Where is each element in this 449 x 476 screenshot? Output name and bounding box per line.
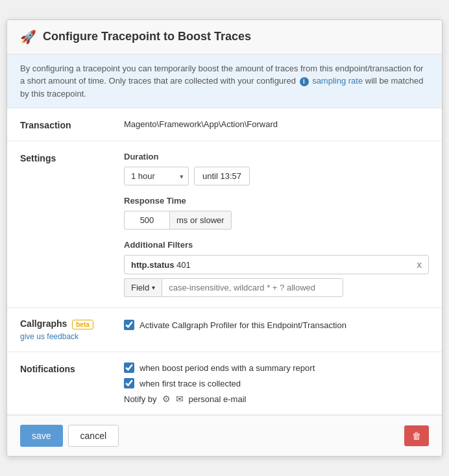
transaction-value: Magento\Framework\App\Action\Forward (124, 119, 278, 129)
configure-tracepoint-modal: 🚀 Configure Tracepoint to Boost Traces B… (6, 19, 443, 457)
modal-info-banner: By configuring a tracepoint you can temp… (7, 54, 442, 109)
modal-footer: save cancel 🗑 (7, 415, 442, 456)
notify-by-label: Notify by (124, 394, 157, 404)
activate-callgraph-checkbox[interactable] (124, 320, 134, 330)
notification-checkbox-1[interactable] (124, 363, 134, 373)
notifications-content: when boost period ends with a summary re… (124, 363, 429, 404)
duration-select-wrapper: 1 hour 2 hours 4 hours 8 hours (124, 167, 189, 185)
beta-badge: beta (72, 320, 93, 329)
additional-filters-label: Additional Filters (124, 240, 429, 250)
activate-callgraph-row: Activate Callgraph Profiler for this End… (124, 320, 429, 330)
settings-label: Settings (20, 152, 124, 163)
save-button[interactable]: save (20, 425, 63, 447)
callgraphs-content: Activate Callgraph Profiler for this End… (124, 318, 429, 335)
response-time-input[interactable] (124, 211, 169, 230)
delete-icon: 🗑 (412, 431, 421, 441)
filter-tag-row: http.status 401 x (124, 255, 429, 274)
footer-left: save cancel (20, 425, 119, 447)
info-text-1: By configuring a tracepoint you can temp… (20, 64, 423, 86)
filter-value: 401 (176, 260, 191, 270)
transaction-section: Transaction Magento\Framework\App\Action… (7, 108, 442, 141)
modal-header: 🚀 Configure Tracepoint to Boost Traces (7, 20, 442, 54)
notifications-section: Notifications when boost period ends wit… (7, 352, 442, 415)
filter-add-row: Field ▾ (124, 278, 429, 297)
filter-close-button[interactable]: x (417, 259, 422, 270)
settings-section: Settings Duration 1 hour 2 hours 4 hours… (7, 141, 442, 308)
duration-row: 1 hour 2 hours 4 hours 8 hours until 13:… (124, 167, 429, 185)
filter-key: http.status (131, 260, 174, 270)
info-icon[interactable]: i (300, 77, 309, 86)
notify-by-row: Notify by ⚙ ✉ personal e-mail (124, 394, 429, 404)
settings-content: Duration 1 hour 2 hours 4 hours 8 hours … (124, 152, 429, 297)
notifications-label: Notifications (20, 363, 124, 374)
filter-tag-text: http.status 401 (131, 260, 191, 270)
callgraphs-left: Callgraphs beta give us feedback (20, 318, 124, 341)
rocket-icon: 🚀 (20, 29, 36, 45)
personal-email-text: personal e-mail (189, 394, 247, 404)
field-dropdown-label: Field (131, 283, 149, 292)
notification-label-2: when first trace is collected (140, 379, 241, 388)
notification-checkbox-2[interactable] (124, 378, 134, 388)
give-feedback-link[interactable]: give us feedback (20, 332, 124, 341)
callgraphs-section: Callgraphs beta give us feedback Activat… (7, 308, 442, 352)
duration-label: Duration (124, 152, 429, 161)
field-dropdown-caret-icon: ▾ (152, 284, 155, 291)
filter-value-input[interactable] (162, 278, 343, 297)
cancel-button[interactable]: cancel (68, 425, 119, 447)
response-time-row: ms or slower (124, 211, 429, 230)
response-time-label: Response Time (124, 196, 429, 206)
activate-callgraph-label: Activate Callgraph Profiler for this End… (140, 320, 346, 330)
callgraphs-title-row: Callgraphs beta (20, 318, 124, 329)
delete-button[interactable]: 🗑 (404, 425, 429, 446)
gear-icon[interactable]: ⚙ (162, 394, 171, 404)
email-icon: ✉ (176, 394, 184, 404)
until-badge: until 13:57 (194, 167, 250, 185)
field-dropdown-button[interactable]: Field ▾ (124, 278, 162, 297)
notification-checkbox-row-2: when first trace is collected (124, 378, 429, 388)
response-time-unit: ms or slower (169, 211, 232, 230)
modal-title: Configure Tracepoint to Boost Traces (43, 30, 251, 43)
callgraphs-title: Callgraphs (20, 318, 67, 329)
sampling-rate-link[interactable]: sampling rate (312, 76, 363, 86)
duration-select[interactable]: 1 hour 2 hours 4 hours 8 hours (124, 167, 189, 185)
notification-label-1: when boost period ends with a summary re… (140, 363, 315, 373)
notification-checkbox-row-1: when boost period ends with a summary re… (124, 363, 429, 373)
transaction-label: Transaction (20, 119, 124, 130)
